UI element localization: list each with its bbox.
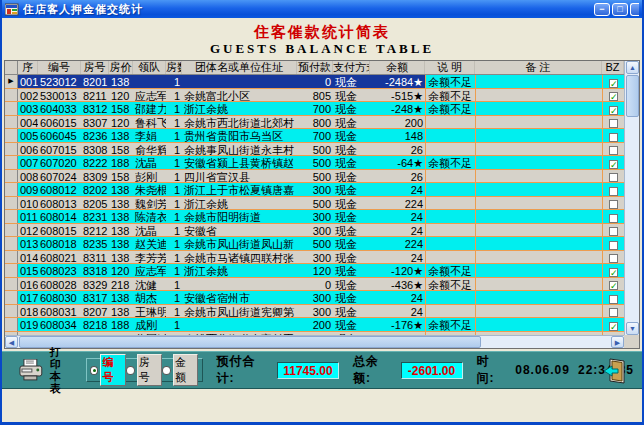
row-selector[interactable]: [5, 116, 18, 129]
cell-bz-checkbox[interactable]: [602, 224, 624, 237]
cell-bz-checkbox[interactable]: ✓: [602, 264, 624, 277]
cell-bz-checkbox[interactable]: [602, 305, 624, 318]
checkbox-unchecked-icon[interactable]: [609, 308, 618, 317]
checkbox-unchecked-icon[interactable]: [609, 241, 618, 250]
checkbox-checked-icon[interactable]: ✓: [609, 92, 618, 101]
cell-bz-checkbox[interactable]: ✓: [602, 89, 624, 102]
table-row[interactable]: 0096080128202138朱尧根1浙江上于市松夏镇唐嘉300现金24: [5, 183, 624, 197]
cell-bz-checkbox[interactable]: [602, 251, 624, 264]
column-header-id[interactable]: 编号: [38, 61, 81, 74]
table-row[interactable]: 0146080218311138李芳芳1余姚市马诸镇四联村张300现金24: [5, 251, 624, 265]
table-row[interactable]: 0046060158307120鲁科飞1余姚市西北街道北郊村800现金200: [5, 116, 624, 130]
table-row[interactable]: 0066070158308158俞华辉1余姚事凤山街道永丰村500现金26: [5, 143, 624, 157]
row-selector[interactable]: [5, 102, 18, 115]
radio-icon[interactable]: [90, 366, 99, 375]
row-selector[interactable]: [5, 89, 18, 102]
cell-bz-checkbox[interactable]: [602, 237, 624, 250]
scroll-up-icon[interactable]: ▲: [626, 61, 639, 74]
column-header-balance[interactable]: 余额: [370, 61, 425, 74]
cell-bz-checkbox[interactable]: [602, 116, 624, 129]
column-header-payment[interactable]: 支付方式: [333, 61, 370, 74]
row-selector[interactable]: [5, 318, 18, 331]
table-row[interactable]: 0106080138205138魏剑芳1浙江余姚500现金224: [5, 197, 624, 211]
row-selector[interactable]: [5, 129, 18, 142]
column-header-address[interactable]: 团体名或单位住址: [182, 61, 297, 74]
horizontal-scrollbar[interactable]: ◀ ▶: [5, 335, 624, 348]
maximize-button[interactable]: □: [612, 3, 628, 16]
printer-icon[interactable]: [18, 359, 44, 381]
sort-radio-1[interactable]: 编号: [90, 354, 126, 386]
column-header-leader[interactable]: 领队: [133, 61, 166, 74]
checkbox-unchecked-icon[interactable]: [609, 133, 618, 142]
checkbox-checked-icon[interactable]: ✓: [609, 106, 618, 115]
table-row[interactable]: 0176080308317138胡杰1安徽省宿州市300现金24: [5, 291, 624, 305]
close-button[interactable]: [630, 3, 639, 16]
table-row[interactable]: 0036040338312158邵建力1浙江余姚700现金-248★余额不足✓: [5, 102, 624, 116]
checkbox-unchecked-icon[interactable]: [609, 254, 618, 263]
row-selector[interactable]: [5, 264, 18, 277]
table-row[interactable]: 0126080158212138沈晶1安徽省300现金24: [5, 224, 624, 238]
row-selector[interactable]: [5, 197, 18, 210]
checkbox-unchecked-icon[interactable]: [609, 295, 618, 304]
row-selector[interactable]: [5, 224, 18, 237]
checkbox-checked-icon[interactable]: ✓: [609, 322, 618, 331]
scroll-right-icon[interactable]: ▶: [611, 336, 624, 348]
column-header-note[interactable]: 说 明: [425, 61, 475, 74]
checkbox-checked-icon[interactable]: ✓: [609, 79, 618, 88]
table-row[interactable]: 0156080238318120应志军1浙江余姚120现金-120★余额不足✓: [5, 264, 624, 278]
horizontal-scroll-thumb[interactable]: [19, 336, 481, 348]
cell-bz-checkbox[interactable]: [602, 170, 624, 183]
column-header-remark[interactable]: 备 注: [475, 61, 602, 74]
row-selector[interactable]: [5, 291, 18, 304]
checkbox-checked-icon[interactable]: ✓: [609, 160, 618, 169]
scroll-down-icon[interactable]: ▼: [626, 322, 639, 335]
vertical-scrollbar[interactable]: ▲ ▼: [624, 61, 639, 335]
radio-icon[interactable]: [162, 366, 171, 375]
scroll-left-icon[interactable]: ◀: [5, 336, 18, 348]
cell-bz-checkbox[interactable]: ✓: [602, 156, 624, 169]
sort-radio-2[interactable]: 房号: [126, 354, 162, 386]
checkbox-unchecked-icon[interactable]: [609, 200, 618, 209]
checkbox-unchecked-icon[interactable]: [609, 214, 618, 223]
row-selector[interactable]: [5, 183, 18, 196]
row-selector[interactable]: [5, 278, 18, 291]
checkbox-unchecked-icon[interactable]: [609, 173, 618, 182]
cell-bz-checkbox[interactable]: ✓: [602, 102, 624, 115]
table-row[interactable]: 0186080318207138王琳明1余姚市凤山街道宪卿第300现金24: [5, 305, 624, 319]
table-row[interactable]: 0056060458236138李娟1贵州省贵阳市乌当区700现金148: [5, 129, 624, 143]
checkbox-unchecked-icon[interactable]: [609, 119, 618, 128]
table-row[interactable]: ▶001523012820113810现金-2484★余额不足✓: [5, 75, 624, 89]
sort-radio-3[interactable]: 金额: [162, 354, 198, 386]
cell-bz-checkbox[interactable]: [602, 129, 624, 142]
column-header-room[interactable]: 房号: [81, 61, 109, 74]
row-selector[interactable]: [5, 170, 18, 183]
checkbox-unchecked-icon[interactable]: [609, 187, 618, 196]
print-table-button[interactable]: 打印本表: [50, 346, 72, 394]
checkbox-unchecked-icon[interactable]: [609, 146, 618, 155]
vertical-scroll-thumb[interactable]: [626, 75, 639, 117]
column-header-prepaid[interactable]: 预付款: [297, 61, 333, 74]
cell-bz-checkbox[interactable]: ✓: [602, 75, 624, 88]
column-header-price[interactable]: 房价: [109, 61, 133, 74]
cell-bz-checkbox[interactable]: ✓: [602, 278, 624, 291]
current-row-indicator[interactable]: ▶: [5, 75, 18, 88]
cell-bz-checkbox[interactable]: [602, 210, 624, 223]
table-row[interactable]: 0196080348218188成刚1200现金-176★余额不足✓: [5, 318, 624, 332]
cell-bz-checkbox[interactable]: [602, 291, 624, 304]
table-row[interactable]: 0025300138211120应志军1余姚富北小区805现金-515★余额不足…: [5, 89, 624, 103]
minimize-button[interactable]: −: [594, 3, 610, 16]
checkbox-unchecked-icon[interactable]: [609, 227, 618, 236]
column-header-seq[interactable]: 序: [18, 61, 38, 74]
column-header-bz-checkbox[interactable]: BZ: [602, 61, 624, 74]
table-row[interactable]: 0166080288329218沈健10现金-436★余额不足✓: [5, 278, 624, 292]
table-row[interactable]: 0136080188235138赵关迪1余姚市凤山街道凤山新500现金224: [5, 237, 624, 251]
exit-door-icon[interactable]: [602, 358, 628, 384]
row-selector[interactable]: [5, 210, 18, 223]
radio-icon[interactable]: [126, 366, 135, 375]
row-selector[interactable]: [5, 156, 18, 169]
cell-bz-checkbox[interactable]: [602, 183, 624, 196]
titlebar[interactable]: 住店客人押金催交统计 − □: [2, 0, 642, 18]
row-selector[interactable]: [5, 143, 18, 156]
checkbox-checked-icon[interactable]: ✓: [609, 281, 618, 290]
cell-bz-checkbox[interactable]: ✓: [602, 318, 624, 331]
